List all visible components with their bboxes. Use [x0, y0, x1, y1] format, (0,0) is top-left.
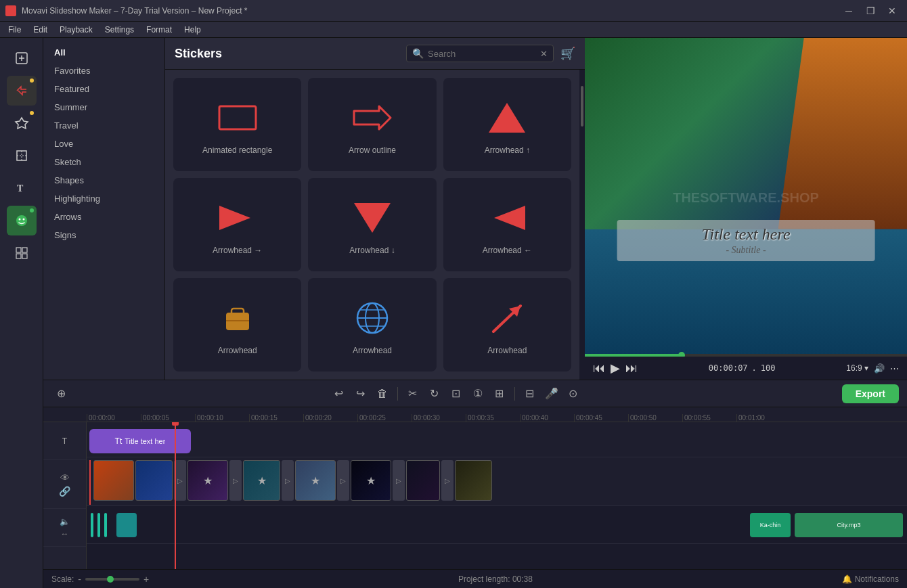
sticker-arrowhead-5[interactable]: Arrowhead [443, 278, 571, 371]
menu-format[interactable]: Format [141, 24, 177, 36]
audio-clip-kachin[interactable]: Ka-chin [750, 513, 791, 537]
tool-crop[interactable] [7, 141, 37, 171]
tool-transitions[interactable] [7, 76, 37, 106]
menu-settings[interactable]: Settings [99, 24, 139, 36]
skip-forward-button[interactable]: ⏭ [625, 361, 638, 376]
sticker-search-box[interactable]: 🔍 ✕ [406, 45, 554, 62]
video-clip-5[interactable]: ★ [295, 460, 336, 501]
sticker-arrow-outline[interactable]: Arrow outline [308, 78, 436, 171]
transport-area: ⏮ ▶ ⏭ [593, 361, 638, 376]
notifications-label: Notifications [855, 574, 899, 584]
category-favorites[interactable]: Favorites [43, 62, 164, 80]
svg-rect-4 [17, 151, 26, 160]
ruler-mark: 00:00:10 [195, 414, 249, 422]
cart-icon[interactable]: 🛒 [560, 46, 575, 61]
tool-stickers[interactable] [7, 206, 37, 235]
time-separator: . [752, 363, 757, 373]
video-clip-8[interactable] [455, 460, 492, 501]
tool-add-media[interactable] [7, 43, 37, 73]
transition-2[interactable]: ▷ [229, 460, 242, 501]
minimize-button[interactable]: ─ [839, 4, 858, 18]
search-clear-icon[interactable]: ✕ [540, 49, 548, 59]
category-highlighting[interactable]: Highlighting [43, 189, 164, 208]
add-track-button[interactable]: ⊕ [51, 384, 70, 403]
transition-6[interactable]: ▷ [441, 460, 454, 501]
category-travel[interactable]: Travel [43, 116, 164, 135]
category-signs[interactable]: Signs [43, 226, 164, 244]
video-clip-2[interactable] [135, 460, 173, 501]
eye-icon[interactable]: 👁 [60, 472, 70, 483]
tool-text[interactable]: T [7, 173, 37, 203]
audio-clip-1[interactable] [116, 513, 137, 537]
transition-4[interactable]: ▷ [337, 460, 349, 501]
arrow-outline-icon [349, 94, 396, 141]
sticker-arrowhead-down[interactable]: Arrowhead ↓ [308, 178, 436, 271]
redo-button[interactable]: ↪ [351, 384, 370, 403]
audio-clip-city[interactable]: City.mp3 [795, 513, 903, 537]
video-progress-bar [585, 354, 682, 357]
crop-button[interactable]: ⊡ [447, 384, 466, 403]
tool-effects[interactable] [7, 108, 37, 138]
sticker-arrowhead-3[interactable]: Arrowhead [173, 278, 301, 371]
video-progress-bar-wrap[interactable] [585, 354, 907, 357]
category-summer[interactable]: Summer [43, 98, 164, 116]
cut-button[interactable]: ✂ [403, 384, 422, 403]
video-clip-7[interactable] [406, 460, 440, 501]
sticker-arrowhead-up[interactable]: Arrowhead ↑ [443, 78, 571, 171]
play-button[interactable]: ▶ [611, 361, 620, 376]
more-options-icon[interactable]: ⋯ [890, 363, 899, 374]
sticker-animated-rectangle[interactable]: Animated rectangle [173, 78, 301, 171]
delete-button[interactable]: 🗑 [373, 384, 392, 403]
category-arrows[interactable]: Arrows [43, 208, 164, 226]
undo-button[interactable]: ↩ [330, 384, 349, 403]
sticker-arrowhead-left[interactable]: Arrowhead ← [443, 178, 571, 271]
search-input[interactable] [428, 49, 536, 59]
tool-grid[interactable] [7, 238, 37, 268]
scale-increase-button[interactable]: + [143, 574, 149, 585]
clip-star-icon: ★ [203, 474, 213, 487]
overlay-button[interactable]: ⊟ [521, 384, 539, 403]
aspect-ratio-selector[interactable]: 16:9 ▾ [846, 363, 868, 373]
skip-back-button[interactable]: ⏮ [593, 361, 605, 376]
scale-slider[interactable] [85, 578, 139, 581]
video-clip-3[interactable]: ★ [187, 460, 228, 501]
menu-playback[interactable]: Playback [54, 24, 98, 36]
category-love[interactable]: Love [43, 135, 164, 153]
record-button[interactable]: ⊙ [564, 384, 583, 403]
category-all[interactable]: All [43, 43, 164, 62]
color-button[interactable]: ⊞ [490, 384, 509, 403]
category-sketch[interactable]: Sketch [43, 153, 164, 171]
app-title: Movavi Slideshow Maker – 7-Day Trial Ver… [5, 5, 247, 16]
menu-help[interactable]: Help [179, 24, 206, 36]
transition-3[interactable]: ▷ [282, 460, 294, 501]
category-shapes[interactable]: Shapes [43, 171, 164, 189]
video-clip-1[interactable] [93, 460, 134, 501]
svg-point-10 [22, 219, 24, 221]
sticker-arrowhead-right[interactable]: Arrowhead → [173, 178, 301, 271]
sticker-scrollbar[interactable] [579, 70, 585, 380]
close-button[interactable]: ✕ [883, 4, 902, 18]
video-clip-6[interactable]: ★ [351, 460, 391, 501]
video-clip-4[interactable]: ★ [243, 460, 280, 501]
maximize-button[interactable]: ❐ [861, 4, 880, 18]
menu-file[interactable]: File [3, 24, 26, 36]
rotate-button[interactable]: ↻ [425, 384, 444, 403]
tool-dot2 [30, 111, 34, 115]
category-featured[interactable]: Featured [43, 80, 164, 98]
menu-edit[interactable]: Edit [28, 24, 53, 36]
timeline-center-tools: ↩ ↪ 🗑 ✂ ↻ ⊡ ① ⊞ ⊟ 🎤 ⊙ [330, 384, 583, 403]
timeline-left-tools: ⊕ [51, 384, 70, 403]
transition-5[interactable]: ▷ [393, 460, 405, 501]
link-icon[interactable]: 🔗 [59, 486, 70, 497]
preview-banner: Title text here - Subtitle - [617, 220, 875, 261]
volume-icon[interactable]: 🔊 [874, 363, 885, 374]
sticker-arrowhead-4[interactable]: Arrowhead [308, 278, 436, 371]
link2-icon[interactable]: ↔ [61, 529, 69, 539]
notifications-button[interactable]: 🔔 Notifications [842, 574, 899, 584]
speed-button[interactable]: ① [468, 384, 487, 403]
export-button[interactable]: Export [842, 384, 899, 403]
track-label-text-icon: T [62, 436, 67, 446]
speaker-icon[interactable]: 🔈 [60, 517, 70, 526]
audio-button[interactable]: 🎤 [542, 384, 561, 403]
scale-decrease-button[interactable]: - [78, 574, 81, 585]
